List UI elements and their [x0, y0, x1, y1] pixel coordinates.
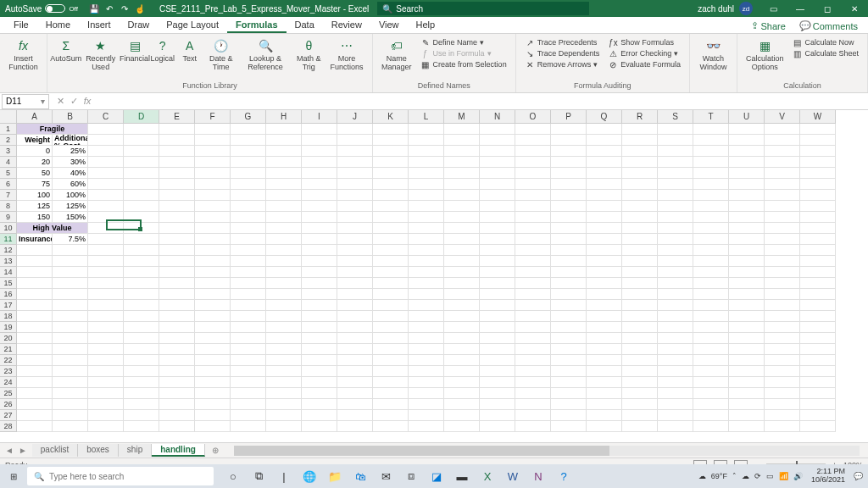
cell-N12[interactable] [480, 245, 515, 256]
cell-C19[interactable] [88, 322, 124, 333]
cell-K25[interactable] [373, 388, 409, 399]
cell-K13[interactable] [373, 256, 409, 267]
cell-I27[interactable] [302, 410, 337, 421]
excel-icon[interactable]: X [476, 466, 498, 486]
cell-K18[interactable] [373, 311, 409, 322]
cell-R26[interactable] [622, 399, 658, 410]
notifications-icon[interactable]: 💬 [854, 472, 863, 480]
cell-I11[interactable] [302, 234, 337, 245]
cell-C23[interactable] [88, 366, 124, 377]
cell-M16[interactable] [444, 289, 480, 300]
cell-B17[interactable] [53, 300, 88, 311]
cell-U9[interactable] [729, 212, 765, 223]
cell-T8[interactable] [693, 201, 729, 212]
touch-icon[interactable]: ☝ [134, 3, 146, 14]
cell-I24[interactable] [302, 377, 337, 388]
col-header-F[interactable]: F [195, 110, 231, 124]
wifi-icon[interactable]: 📶 [779, 472, 788, 480]
cell-M21[interactable] [444, 344, 480, 355]
cell-Q26[interactable] [587, 399, 622, 410]
cell-B21[interactable] [53, 344, 88, 355]
cell-K14[interactable] [373, 267, 409, 278]
spreadsheet-grid[interactable]: ABCDEFGHIJKLMNOPQRSTUVW 1234567891011121… [0, 110, 868, 442]
cell-B15[interactable] [53, 278, 88, 289]
row-header-6[interactable]: 6 [0, 179, 17, 190]
row-header-25[interactable]: 25 [0, 388, 17, 399]
cell-A13[interactable] [17, 256, 53, 267]
cell-W26[interactable] [800, 399, 836, 410]
cell-V21[interactable] [765, 344, 800, 355]
close-icon[interactable]: ✕ [841, 0, 868, 17]
cell-C13[interactable] [88, 256, 124, 267]
cell-E6[interactable] [159, 179, 195, 190]
col-header-Q[interactable]: Q [587, 110, 622, 124]
cell-V22[interactable] [765, 355, 800, 366]
cell-N26[interactable] [480, 399, 515, 410]
tab-home[interactable]: Home [37, 18, 79, 33]
cell-G8[interactable] [231, 201, 266, 212]
cell-R10[interactable] [622, 223, 658, 234]
cell-R16[interactable] [622, 289, 658, 300]
cell-T16[interactable] [693, 289, 729, 300]
cell-D15[interactable] [124, 278, 159, 289]
search-box[interactable]: 🔍 Search [377, 2, 589, 15]
cell-O6[interactable] [515, 179, 551, 190]
select-all-corner[interactable] [0, 110, 17, 124]
cell-L21[interactable] [409, 344, 444, 355]
cell-Q8[interactable] [587, 201, 622, 212]
cell-R1[interactable] [622, 124, 658, 135]
cell-A23[interactable] [17, 366, 53, 377]
cell-Q22[interactable] [587, 355, 622, 366]
cell-D6[interactable] [124, 179, 159, 190]
tab-page-layout[interactable]: Page Layout [158, 18, 227, 33]
cell-L9[interactable] [409, 212, 444, 223]
cell-S9[interactable] [658, 212, 693, 223]
cell-P21[interactable] [551, 344, 587, 355]
cell-J1[interactable] [337, 124, 373, 135]
cell-S8[interactable] [658, 201, 693, 212]
cell-H19[interactable] [266, 322, 302, 333]
cell-F22[interactable] [195, 355, 231, 366]
calc-options-button[interactable]: ▦Calculation Options [743, 36, 787, 80]
cell-T4[interactable] [693, 157, 729, 168]
cell-P22[interactable] [551, 355, 587, 366]
cell-V10[interactable] [765, 223, 800, 234]
cell-M23[interactable] [444, 366, 480, 377]
cell-P16[interactable] [551, 289, 587, 300]
cell-I17[interactable] [302, 300, 337, 311]
cell-E18[interactable] [159, 311, 195, 322]
cell-N27[interactable] [480, 410, 515, 421]
cell-I1[interactable] [302, 124, 337, 135]
cell-F4[interactable] [195, 157, 231, 168]
cell-F7[interactable] [195, 190, 231, 201]
taskview-icon[interactable]: ⧉ [248, 466, 270, 486]
cell-C21[interactable] [88, 344, 124, 355]
cell-G14[interactable] [231, 267, 266, 278]
cell-G17[interactable] [231, 300, 266, 311]
cell-J12[interactable] [337, 245, 373, 256]
cell-F19[interactable] [195, 322, 231, 333]
row-header-5[interactable]: 5 [0, 168, 17, 179]
cell-C17[interactable] [88, 300, 124, 311]
cell-K20[interactable] [373, 333, 409, 344]
lookup-button[interactable]: 🔍Lookup & Reference [240, 36, 292, 80]
cell-U25[interactable] [729, 388, 765, 399]
comments-button[interactable]: 💬Comments [794, 19, 863, 33]
cell-L28[interactable] [409, 421, 444, 432]
cell-F5[interactable] [195, 168, 231, 179]
cell-A7[interactable]: 100 [17, 190, 53, 201]
cell-E3[interactable] [159, 146, 195, 157]
cell-C20[interactable] [88, 333, 124, 344]
cell-H7[interactable] [266, 190, 302, 201]
cell-S1[interactable] [658, 124, 693, 135]
row-header-8[interactable]: 8 [0, 201, 17, 212]
cell-F17[interactable] [195, 300, 231, 311]
cell-C6[interactable] [88, 179, 124, 190]
cell-Q10[interactable] [587, 223, 622, 234]
cell-V6[interactable] [765, 179, 800, 190]
cell-M10[interactable] [444, 223, 480, 234]
user-account[interactable]: zach duhl zd [691, 2, 760, 15]
edge-icon[interactable]: 🌐 [298, 466, 320, 486]
cell-N21[interactable] [480, 344, 515, 355]
cell-S23[interactable] [658, 366, 693, 377]
